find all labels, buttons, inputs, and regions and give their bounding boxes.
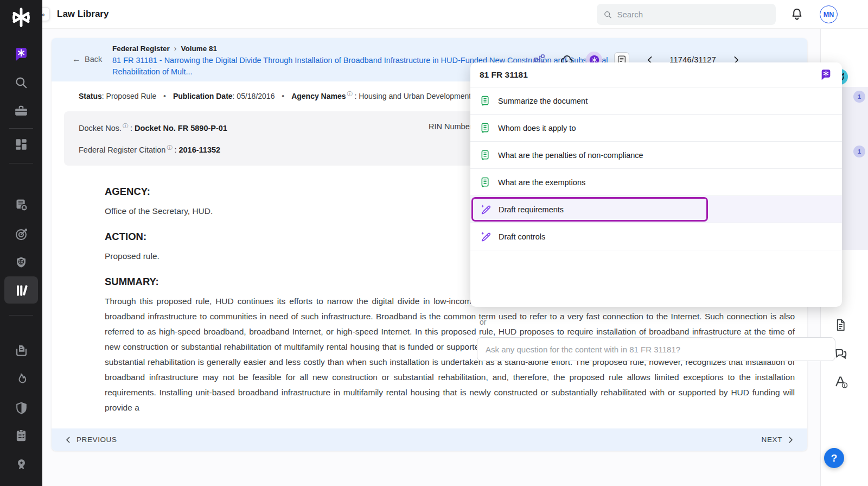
- target-icon: [14, 227, 29, 242]
- ask-question-input[interactable]: [477, 337, 835, 361]
- chevron-right-icon: [787, 436, 794, 444]
- document-question-icon: [480, 122, 491, 134]
- docket-value: Docket No. FR 5890-P-01: [135, 124, 227, 132]
- help-button[interactable]: ?: [824, 448, 844, 468]
- sidebar-item-risk[interactable]: [0, 368, 42, 392]
- menu-item-summarize[interactable]: Summarize the document: [470, 87, 842, 115]
- shield-icon: [15, 401, 28, 415]
- definitions-panel-button[interactable]: [834, 375, 849, 390]
- ai-assistant-icon: [12, 46, 30, 63]
- user-avatar[interactable]: MN: [820, 5, 838, 23]
- contract-alert-icon: [14, 198, 29, 212]
- publication-date-value: 05/18/2016: [237, 92, 275, 100]
- breadcrumb: Federal Register › Volume 81: [112, 44, 217, 53]
- award-icon: [15, 458, 28, 471]
- agency-names-value: Housing and Urban Development: [359, 92, 471, 100]
- menu-item-penalties[interactable]: What are the penalties of non-compliance: [470, 142, 842, 169]
- document-icon: [834, 318, 847, 332]
- letter-info-icon: [834, 375, 848, 389]
- menu-item-draft-requirements[interactable]: Draft requirements: [470, 196, 842, 223]
- document-tray-icon: [14, 343, 29, 358]
- rin-field: RIN Number: [429, 122, 473, 131]
- breadcrumb-volume[interactable]: Volume 81: [181, 45, 217, 53]
- page-title: Law Library: [57, 9, 108, 20]
- document-question-icon: [480, 176, 491, 188]
- sidebar-item-assessments[interactable]: [0, 424, 42, 447]
- sidebar-divider: [9, 128, 33, 129]
- previous-page-button[interactable]: PREVIOUS: [65, 435, 117, 444]
- draft-sparkle-icon: [480, 204, 492, 216]
- search-input[interactable]: [617, 10, 770, 19]
- top-bar: » Law Library MN: [42, 0, 868, 29]
- status-row: Status: Proposed Rule • Publication Date…: [79, 90, 471, 100]
- breadcrumb-federal-register[interactable]: Federal Register: [112, 45, 170, 53]
- ai-actions-popup: 81 FR 31181 Summarize the document Whom …: [470, 62, 842, 307]
- menu-item-exemptions[interactable]: What are the exemptions: [470, 169, 842, 196]
- app-logo: [0, 3, 42, 31]
- clipboard-check-icon: [14, 428, 28, 443]
- bell-icon: [790, 7, 804, 21]
- popup-header: 81 FR 31181: [470, 62, 842, 87]
- document-panel-button[interactable]: [834, 318, 849, 333]
- search-icon: [14, 75, 28, 90]
- chevron-left-icon: [65, 436, 72, 444]
- menu-item-whom-apply[interactable]: Whom does it apply to: [470, 115, 842, 142]
- next-page-button[interactable]: NEXT: [762, 435, 794, 444]
- dashboard-icon: [14, 137, 28, 152]
- back-button[interactable]: ← Back: [72, 54, 102, 64]
- document-question-icon: [480, 95, 491, 106]
- sidebar-divider: [9, 163, 33, 163]
- info-icon: ⓘ: [167, 144, 172, 150]
- chevron-right-icon: ›: [174, 44, 177, 53]
- ai-assistant-icon: [819, 68, 833, 81]
- sidebar-item-ai-assistant[interactable]: [0, 42, 42, 66]
- sidebar-item-dashboard[interactable]: [0, 132, 42, 156]
- global-search[interactable]: [597, 4, 776, 25]
- side-panel-strip: [842, 87, 868, 250]
- sidebar-item-law-library[interactable]: [0, 278, 42, 302]
- law-library-icon: [14, 283, 29, 298]
- info-icon: ⓘ: [347, 91, 353, 97]
- sidebar-item-objectives[interactable]: [0, 222, 42, 246]
- sidebar-item-regulations[interactable]: [0, 250, 42, 274]
- search-icon: [603, 10, 612, 20]
- sidebar-item-certifications[interactable]: [0, 452, 42, 476]
- menu-item-draft-controls[interactable]: Draft controls: [470, 223, 842, 250]
- sidebar-divider: [9, 315, 33, 315]
- briefcase-icon: [14, 104, 28, 118]
- notifications-button[interactable]: [790, 7, 804, 21]
- flame-icon: [14, 373, 28, 387]
- sidebar-item-contract-alerts[interactable]: [0, 193, 42, 217]
- document-question-icon: [480, 149, 491, 161]
- document-pager: PREVIOUS NEXT: [52, 428, 807, 451]
- shield-globe-icon: [15, 256, 28, 269]
- comments-panel-button[interactable]: [834, 346, 849, 362]
- sidebar-item-briefcase[interactable]: [0, 99, 42, 123]
- info-icon: ⓘ: [123, 123, 128, 129]
- sidebar-item-filings[interactable]: [0, 338, 42, 362]
- or-label: or: [480, 318, 486, 326]
- draft-sparkle-icon: [480, 231, 492, 243]
- citation-field: Federal Register Citationⓘ : 2016-11352: [79, 144, 220, 154]
- citation-value: 2016-11352: [178, 146, 220, 154]
- status-value: Proposed Rule: [106, 92, 157, 100]
- arrow-left-icon: ←: [72, 54, 81, 64]
- count-badge: 1: [853, 146, 865, 157]
- popup-title: 81 FR 31181: [480, 70, 528, 80]
- docket-field: Docket Nos.ⓘ : Docket No. FR 5890-P-01: [79, 122, 227, 132]
- chat-icon: [834, 346, 848, 361]
- sidebar-item-security[interactable]: [0, 396, 42, 420]
- sidebar-item-search[interactable]: [0, 71, 42, 94]
- count-badge: 1: [853, 91, 865, 103]
- left-sidebar: [0, 0, 42, 486]
